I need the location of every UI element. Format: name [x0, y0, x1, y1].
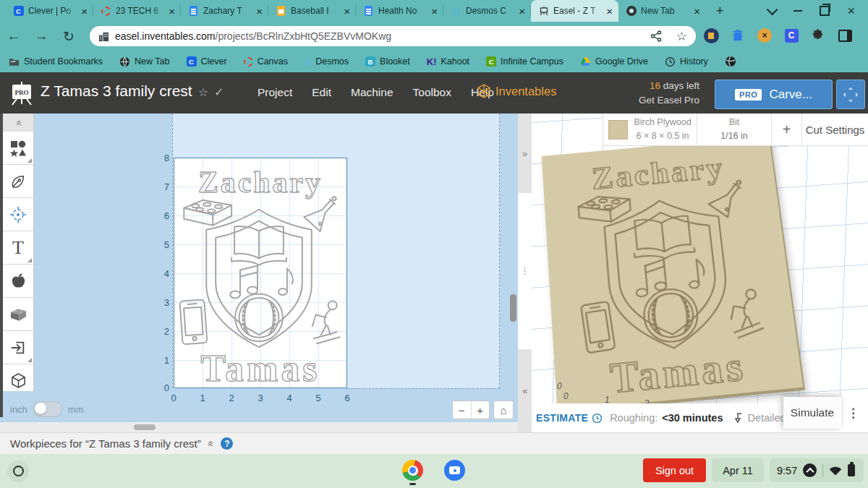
3d-view-tool[interactable]	[3, 364, 33, 397]
window-restore-button[interactable]	[820, 6, 830, 16]
unit-toggle[interactable]	[33, 401, 62, 417]
project-title[interactable]: Z Tamas 3 family crest☆✓	[41, 82, 224, 100]
help-icon[interactable]: ?	[221, 437, 233, 450]
tab-easel-active[interactable]: Easel - Z T ×	[531, 0, 618, 22]
tab-health[interactable]: Health No ×	[356, 0, 443, 22]
extension-avast-icon[interactable]: ×	[757, 27, 773, 43]
bookmark-kahoot[interactable]: K! Kahoot	[427, 56, 469, 67]
site-info-icon[interactable]	[98, 31, 109, 42]
menu-edit[interactable]: Edit	[312, 86, 331, 99]
tab-close-icon[interactable]: ×	[342, 6, 352, 17]
bookmark-desmos[interactable]: d Desmos	[305, 56, 349, 67]
back-button[interactable]: ←	[0, 28, 27, 44]
carve-button[interactable]: PRO Carve...	[715, 80, 833, 109]
globe-dark-icon[interactable]	[725, 56, 736, 67]
simulate-button[interactable]: Simulate	[783, 397, 841, 429]
bit-selector[interactable]: Bit 1/16 in	[697, 114, 772, 145]
url-bar[interactable]: easel.inventables.com/projects/BcRlnZxbH…	[90, 26, 696, 46]
extension-clever-icon[interactable]: C	[783, 27, 799, 43]
status-tray[interactable]: 9:57	[770, 458, 864, 482]
expand-panel-button[interactable]: »	[518, 114, 532, 193]
tab-zachary-doc[interactable]: Zachary T ×	[181, 0, 268, 22]
zoom-home-button[interactable]: ⌂	[493, 401, 514, 419]
drill-origin-tool[interactable]	[3, 198, 33, 231]
favorite-star-icon[interactable]: ☆	[198, 86, 208, 98]
window-minimize-button[interactable]	[793, 10, 802, 12]
new-tab-button[interactable]: +	[716, 4, 724, 17]
estimate-clock-icon[interactable]	[592, 413, 603, 424]
machine-jog-button[interactable]	[836, 80, 865, 109]
tab-clever[interactable]: C Clever | Po ×	[6, 0, 93, 22]
divider-drag-handle[interactable]: ⋮	[518, 193, 532, 349]
camera-app-icon[interactable]	[444, 460, 465, 481]
workpieces-collapse-icon[interactable]: «	[205, 441, 217, 447]
cut-settings-button[interactable]: Cut Settings	[802, 114, 868, 145]
bookmark-newtab[interactable]: New Tab	[119, 56, 169, 67]
tab-close-icon[interactable]: ×	[255, 6, 264, 17]
sign-out-button[interactable]: Sign out	[643, 458, 706, 482]
bookmark-blooket[interactable]: B Blooket	[365, 56, 410, 67]
address-bar-row: ← → ↻ ⌂ easel.inventables.com/projects/B…	[0, 22, 868, 51]
lego-tool[interactable]	[3, 298, 33, 331]
tab-close-icon[interactable]: ×	[605, 6, 614, 17]
launcher-button[interactable]	[7, 461, 29, 482]
tab-close-icon[interactable]: ×	[692, 6, 702, 17]
workpieces-bar[interactable]: Workpieces for “Z Tamas 3 family crest” …	[0, 432, 868, 454]
extension-trash-icon[interactable]	[730, 27, 746, 43]
extensions-puzzle-icon[interactable]	[810, 27, 826, 43]
date-pill[interactable]: Apr 11	[712, 458, 764, 482]
horizontal-scrollbar[interactable]	[0, 422, 518, 432]
tab-close-icon[interactable]: ×	[430, 6, 439, 17]
tab-search-chevron-icon[interactable]	[767, 4, 778, 15]
inventables-link[interactable]: Inventables	[477, 84, 556, 98]
ruler-y-label: 7	[158, 181, 169, 192]
horizontal-scrollbar-thumb[interactable]	[134, 424, 156, 430]
extension-lock-icon[interactable]	[703, 27, 719, 43]
design-2d[interactable]	[174, 158, 347, 388]
preview-3d-panel[interactable]: 0 0 1 2 3 Birch Plywood6 × 8 × 0.5 in Bi…	[532, 114, 868, 432]
ruler-y-label: 2	[158, 326, 169, 337]
vertical-scrollbar-thumb[interactable]	[510, 294, 516, 322]
tab-desmos[interactable]: d Desmos C ×	[443, 0, 531, 22]
collapse-panel-button[interactable]: «	[518, 349, 532, 432]
tab-close-icon[interactable]: ×	[517, 6, 527, 17]
zoom-in-button[interactable]: +	[472, 401, 490, 419]
trial-days-left[interactable]: 16 days leftGet Easel Pro	[622, 79, 699, 108]
forward-button[interactable]: →	[27, 28, 55, 44]
bookmark-star-icon[interactable]: ☆	[676, 29, 687, 44]
chrome-app-icon[interactable]	[402, 460, 423, 481]
menu-toolbox[interactable]: Toolbox	[413, 86, 451, 99]
pen-tool[interactable]	[3, 165, 33, 198]
share-icon[interactable]	[650, 30, 662, 42]
reload-button[interactable]: ↻	[55, 28, 82, 45]
tray-expand-icon[interactable]	[803, 463, 817, 477]
tab-close-icon[interactable]: ×	[167, 6, 176, 17]
window-close-button[interactable]: ×	[847, 4, 855, 17]
bookmark-history[interactable]: History	[665, 56, 708, 67]
bookmark-google-drive[interactable]: Google Drive	[580, 56, 648, 67]
text-tool[interactable]: T	[3, 231, 33, 265]
preview-menu-kebab-icon[interactable]: ⋮	[847, 406, 859, 421]
bookmark-canvas[interactable]: Canvas	[244, 56, 288, 67]
add-bit-button[interactable]: +	[772, 114, 802, 145]
zoom-out-button[interactable]: −	[453, 401, 472, 419]
bookmark-infinite-campus[interactable]: C Infinite Campus	[486, 56, 563, 67]
browser-menu-kebab-icon[interactable]: ⋮	[864, 27, 868, 43]
design-library-tool[interactable]	[3, 265, 33, 298]
url-text[interactable]: easel.inventables.com/projects/BcRlnZxbH…	[115, 30, 391, 42]
material-board-3d[interactable]	[542, 136, 804, 411]
menu-project[interactable]: Project	[258, 86, 292, 99]
tab-23tech[interactable]: 23 TECH 6 ×	[93, 0, 181, 22]
tab-close-icon[interactable]: ×	[80, 6, 89, 17]
material-selector[interactable]: Birch Plywood6 × 8 × 0.5 in	[603, 114, 697, 145]
tab-newtab[interactable]: New Tab ×	[618, 0, 706, 22]
easel-pro-logo[interactable]: PRO	[9, 80, 34, 106]
tab-baseball[interactable]: Baseball I ×	[268, 0, 356, 22]
menu-machine[interactable]: Machine	[351, 86, 393, 99]
toolbar-collapse-button[interactable]: »	[3, 114, 33, 132]
bookmark-folder[interactable]: Student Bookmarks	[9, 56, 103, 67]
shapes-tool[interactable]	[3, 132, 33, 165]
bookmark-clever[interactable]: C Clever	[187, 56, 227, 67]
import-tool[interactable]	[3, 331, 33, 364]
side-panel-icon[interactable]	[837, 27, 853, 43]
